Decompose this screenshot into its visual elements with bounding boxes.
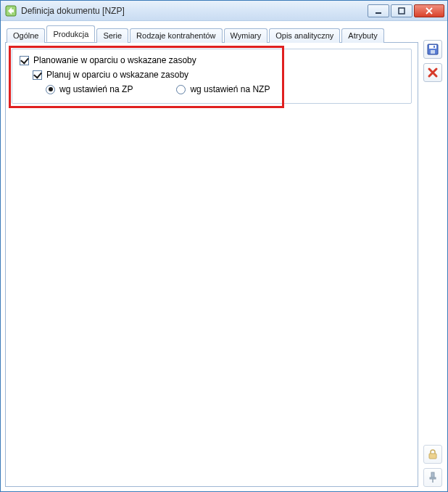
window-title: Definicja dokumentu [NZP] <box>21 6 125 16</box>
svg-rect-10 <box>432 479 433 483</box>
tab-opis-analityczny[interactable]: Opis analityczny <box>269 28 340 43</box>
tab-panel-produkcja: Planowanie w oparciu o wskazane zasoby P… <box>5 42 418 487</box>
lock-icon <box>427 448 439 460</box>
checkbox-planowanie-label: Planowanie w oparciu o wskazane zasoby <box>33 55 196 65</box>
tab-serie[interactable]: Serie <box>96 28 128 43</box>
tab-atrybuty[interactable]: Atrybuty <box>341 28 383 43</box>
svg-rect-5 <box>431 50 435 54</box>
minimize-icon <box>374 7 383 15</box>
delete-button[interactable] <box>423 63 442 82</box>
app-icon <box>5 5 17 17</box>
window-buttons <box>368 4 444 17</box>
client-area: Ogólne Produkcja Serie Rodzaje kontrahen… <box>1 21 447 491</box>
checkbox-planowanie[interactable] <box>20 56 29 65</box>
checkbox-planuj[interactable] <box>33 70 42 80</box>
radio-wg-nzp[interactable]: wg ustawień na NZP <box>176 84 270 94</box>
tabs-area: Ogólne Produkcja Serie Rodzaje kontrahen… <box>5 25 418 487</box>
maximize-icon <box>397 7 406 15</box>
titlebar[interactable]: Definicja dokumentu [NZP] <box>1 1 447 21</box>
save-icon <box>427 44 439 55</box>
pin-button[interactable] <box>423 468 442 487</box>
right-tools <box>423 25 443 487</box>
svg-rect-9 <box>430 477 436 479</box>
svg-rect-4 <box>429 45 436 49</box>
radio-wg-nzp-label: wg ustawień na NZP <box>190 84 270 94</box>
radio-wg-zp[interactable]: wg ustawień na ZP <box>46 84 133 94</box>
checkbox-planuj-label: Planuj w oparciu o wskazane zasoby <box>46 70 188 80</box>
radio-wg-nzp-dot <box>176 85 186 94</box>
svg-rect-1 <box>376 12 381 14</box>
close-button[interactable] <box>414 4 444 17</box>
planning-group: Planowanie w oparciu o wskazane zasoby P… <box>12 49 412 104</box>
tab-wymiary[interactable]: Wymiary <box>224 28 268 43</box>
pin-icon <box>427 472 439 483</box>
close-icon <box>425 7 434 15</box>
tab-rodzaje-kontrahentow[interactable]: Rodzaje kontrahentów <box>130 28 222 43</box>
svg-rect-6 <box>434 46 435 48</box>
tab-produkcja[interactable]: Produkcja <box>46 25 95 42</box>
sub-checkbox-row: Planuj w oparciu o wskazane zasoby <box>33 70 404 80</box>
app-window: Definicja dokumentu [NZP] O <box>0 0 448 492</box>
svg-rect-2 <box>399 8 405 14</box>
tabstrip: Ogólne Produkcja Serie Rodzaje kontrahen… <box>5 25 418 42</box>
lock-button[interactable] <box>423 445 442 464</box>
radio-wg-zp-dot <box>46 85 55 94</box>
svg-rect-7 <box>429 454 436 459</box>
radio-group: wg ustawień na ZP wg ustawień na NZP <box>46 84 404 94</box>
maximize-button[interactable] <box>391 4 412 17</box>
minimize-button[interactable] <box>368 4 389 17</box>
save-button[interactable] <box>423 40 442 59</box>
radio-wg-zp-label: wg ustawień na ZP <box>59 84 133 94</box>
master-checkbox-row: Planowanie w oparciu o wskazane zasoby <box>20 55 404 65</box>
tab-ogolne[interactable]: Ogólne <box>7 28 45 43</box>
delete-icon <box>427 67 439 78</box>
